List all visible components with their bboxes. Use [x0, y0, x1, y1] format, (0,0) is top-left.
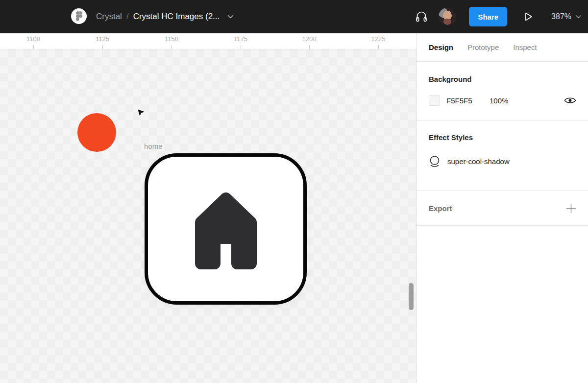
- ruler-tick-mark: [241, 45, 241, 49]
- frame-title-label[interactable]: home: [144, 142, 163, 150]
- shadow-style-icon: [429, 155, 441, 168]
- ruler-tick-mark: [378, 45, 379, 49]
- breadcrumb-filename[interactable]: Crystal HC Images (2...: [133, 12, 220, 22]
- add-export-plus-icon[interactable]: [566, 203, 576, 214]
- audio-headphones-icon[interactable]: [413, 8, 430, 25]
- ruler-tick-mark: [102, 45, 103, 49]
- effect-styles-section: Effect Styles super-cool-shadow: [417, 120, 588, 191]
- present-play-icon[interactable]: [521, 9, 536, 24]
- export-section-title: Export: [429, 204, 452, 213]
- tab-prototype[interactable]: Prototype: [467, 43, 499, 51]
- zoom-level-control[interactable]: 387%: [551, 12, 581, 21]
- breadcrumb-team[interactable]: Crystal: [96, 12, 122, 22]
- background-color-row: F5F5F5 100%: [429, 95, 576, 106]
- home-icon: [188, 186, 264, 272]
- tab-inspect[interactable]: Inspect: [513, 43, 537, 51]
- file-menu-chevron-icon[interactable]: [227, 15, 234, 19]
- zoom-chevron-down-icon: [576, 15, 581, 19]
- canvas-viewport[interactable]: 1100 1125 1150 1175 1200 1225 home: [0, 33, 416, 383]
- figma-logo-button[interactable]: [71, 8, 87, 24]
- export-section: Export: [417, 191, 588, 226]
- color-hex-field[interactable]: F5F5F5: [446, 96, 490, 105]
- effect-style-name: super-cool-shadow: [447, 157, 510, 166]
- ruler-tick-label: 1200: [302, 35, 317, 43]
- ruler-tick-label: 1125: [96, 35, 109, 43]
- ruler-tick-label: 1150: [165, 35, 178, 43]
- effect-style-item[interactable]: super-cool-shadow: [429, 155, 576, 168]
- background-section-title: Background: [429, 75, 576, 83]
- background-section: Background F5F5F5 100%: [417, 62, 588, 120]
- vertical-scrollbar-thumb[interactable]: [409, 283, 414, 310]
- horizontal-ruler[interactable]: 1100 1125 1150 1175 1200 1225: [0, 33, 416, 49]
- ruler-tick-label: 1100: [26, 35, 40, 43]
- tab-design[interactable]: Design: [429, 43, 453, 51]
- ruler-tick-mark: [33, 45, 34, 49]
- share-button[interactable]: Share: [469, 7, 507, 26]
- breadcrumb-separator: /: [126, 12, 129, 22]
- visibility-eye-icon[interactable]: [564, 96, 576, 104]
- properties-panel: Design Prototype Inspect Background F5F5…: [416, 33, 588, 383]
- ruler-tick-mark: [309, 45, 310, 49]
- canvas-ellipse-object[interactable]: [77, 113, 116, 152]
- topbar: Crystal / Crystal HC Images (2... Share …: [0, 0, 588, 33]
- panel-tabs: Design Prototype Inspect: [417, 33, 588, 62]
- opacity-field[interactable]: 100%: [490, 96, 508, 105]
- breadcrumb: Crystal / Crystal HC Images (2...: [96, 0, 234, 33]
- effect-styles-section-title: Effect Styles: [429, 133, 576, 142]
- zoom-level-value: 387%: [551, 12, 571, 21]
- ruler-tick-label: 1175: [234, 35, 247, 43]
- color-swatch[interactable]: [429, 95, 440, 106]
- user-avatar[interactable]: [439, 8, 456, 25]
- home-frame-object[interactable]: [145, 153, 307, 305]
- ruler-tick-label: 1225: [371, 35, 386, 43]
- topbar-right-group: Share 387%: [413, 0, 588, 33]
- ruler-tick-mark: [172, 45, 172, 49]
- figma-logo-icon: [76, 11, 82, 21]
- pointer-cursor-icon: [136, 107, 147, 119]
